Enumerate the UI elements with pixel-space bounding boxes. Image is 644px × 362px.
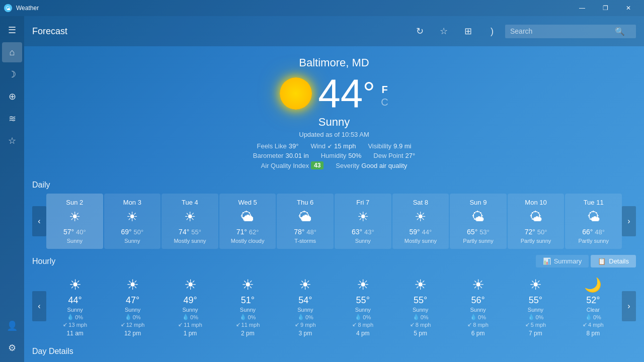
details-row-1: Feels Like 39° Wind ↙ 15 mph Visibility … (257, 142, 411, 150)
dew-point: Dew Point 27° (373, 152, 415, 159)
daily-day: Sun 9 (469, 199, 487, 206)
hourly-wind: ↙8 mph (410, 321, 431, 328)
refresh-button[interactable]: ↻ (409, 20, 431, 42)
day-details-title: Day Details (32, 347, 636, 356)
sidebar-item-historical[interactable]: ≋ (2, 109, 22, 129)
sidebar-item-settings[interactable]: ⚙ (2, 338, 22, 358)
daily-icon: 🌥 (299, 209, 312, 225)
hourly-title: Hourly (32, 257, 55, 266)
hourly-precip: 💧0% (125, 314, 141, 320)
hourly-temp: 55° (356, 295, 370, 306)
search-input[interactable] (510, 27, 611, 35)
daily-low: 43° (364, 228, 374, 236)
sidebar-item-favorites[interactable]: ☆ (2, 131, 22, 151)
daily-card[interactable]: Sun 2 ☀ 57° 40° Sunny (46, 194, 103, 249)
tab-summary[interactable]: 📊 Summary (536, 255, 589, 267)
daily-card[interactable]: Wed 5 🌥 71° 62° Mostly cloudy (219, 194, 276, 249)
hourly-card: ☀ 49° Sunny 💧0% ↙11 mph 1 pm (162, 272, 219, 341)
close-button[interactable]: ✕ (617, 0, 640, 16)
header: Forecast ↻ ☆ ⊞ ) 🔍 (24, 16, 644, 46)
daily-icon: 🌤 (587, 209, 600, 225)
hourly-temp: 55° (414, 295, 427, 306)
sidebar-item-forecast[interactable]: ☽ (2, 64, 22, 84)
unit-f[interactable]: F (381, 84, 388, 96)
daily-low: 48° (306, 228, 316, 236)
daily-card[interactable]: Sun 9 🌤 65° 53° Partly sunny (450, 194, 507, 249)
favorite-button[interactable]: ☆ (433, 20, 455, 42)
title-bar-controls: — ❐ ✕ (571, 0, 640, 16)
hourly-icon: ☀ (184, 277, 197, 293)
hourly-time: 3 pm (298, 330, 312, 337)
temp-display: 44 ° (318, 73, 375, 114)
hourly-card: ☀ 47° Sunny 💧0% ↙12 mph 12 pm (104, 272, 161, 341)
daily-icon: ☀ (126, 209, 138, 225)
search-icon: 🔍 (615, 27, 625, 36)
daily-icon: ☀ (415, 209, 426, 225)
daily-condition: Partly sunny (578, 238, 609, 244)
hourly-time: 6 pm (471, 330, 485, 337)
hourly-card: ☀ 55° Sunny 💧0% ↙8 mph 5 pm (391, 272, 449, 341)
barometer: Barometer 30.01 in (253, 152, 309, 159)
sidebar-item-maps[interactable]: ⊕ (2, 86, 22, 107)
daily-list: Sun 2 ☀ 57° 40° Sunny Mon 3 ☀ 69° 50° Su… (46, 194, 622, 249)
daily-card[interactable]: Thu 6 🌥 78° 48° T-storms (277, 194, 334, 249)
daily-prev-button[interactable]: ‹ (32, 206, 46, 236)
hourly-wind: ↙12 mph (121, 321, 145, 328)
weather-details: Feels Like 39° Wind ↙ 15 mph Visibility … (32, 142, 636, 169)
hourly-time: 1 pm (184, 330, 197, 337)
sidebar-bottom: 👤 ⚙ (2, 316, 22, 358)
unit-c[interactable]: C (381, 97, 388, 108)
daily-card[interactable]: Sat 8 ☀ 59° 44° Mostly sunny (392, 194, 449, 249)
hourly-wind: ↙8 mph (467, 321, 489, 328)
darkmode-button[interactable]: ) (481, 20, 503, 42)
tab-details[interactable]: 📋 Details (591, 255, 636, 267)
hourly-prev-button[interactable]: ‹ (32, 291, 46, 321)
sun-icon (280, 77, 312, 110)
maximize-button[interactable]: ❐ (594, 0, 617, 16)
daily-low: 62° (249, 228, 259, 236)
daily-icon: 🌤 (529, 209, 542, 225)
hourly-list: ☀ 44° Sunny 💧0% ↙13 mph 11 am ☀ 47° Sunn… (46, 272, 622, 341)
daily-next-button[interactable]: › (622, 206, 636, 236)
hourly-next-button[interactable]: › (622, 291, 636, 321)
daily-day: Mon 10 (525, 199, 546, 206)
sidebar-item-menu[interactable]: ☰ (2, 20, 22, 40)
daily-day: Mon 3 (123, 199, 141, 206)
hourly-wind: ↙4 mph (583, 321, 604, 328)
daily-icon: 🌥 (241, 209, 254, 225)
daily-day: Sat 8 (413, 199, 428, 206)
hourly-temp: 56° (471, 295, 485, 306)
daily-card[interactable]: Fri 7 ☀ 63° 43° Sunny (335, 194, 391, 249)
day-details-section: Day Details (32, 347, 636, 356)
page-title: Forecast (32, 26, 409, 37)
daily-icon: ☀ (69, 209, 80, 225)
daily-day: Tue 4 (182, 199, 198, 206)
hourly-temp: 55° (529, 295, 542, 306)
sidebar-item-account[interactable]: 👤 (2, 316, 22, 336)
daily-condition: Partly sunny (463, 238, 494, 244)
hourly-card: ☀ 44° Sunny 💧0% ↙13 mph 11 am (46, 272, 104, 341)
daily-low: 50° (134, 228, 144, 236)
hourly-card: ☀ 55° Sunny 💧0% ↙5 mph 7 pm (507, 272, 564, 341)
daily-card[interactable]: Mon 3 ☀ 69° 50° Sunny (104, 194, 161, 249)
daily-card[interactable]: Tue 11 🌤 66° 48° Partly sunny (565, 194, 622, 249)
hourly-precip: 💧0% (585, 314, 601, 320)
daily-card[interactable]: Tue 4 ☀ 74° 55° Mostly sunny (162, 194, 218, 249)
hourly-carousel: ‹ ☀ 44° Sunny 💧0% ↙13 mph 11 am ☀ 47° Su… (32, 272, 636, 341)
temp-unit-group: F C (381, 79, 388, 108)
daily-title: Daily (32, 180, 636, 190)
hourly-condition: Sunny (470, 307, 486, 313)
daily-condition: Mostly sunny (174, 238, 206, 244)
daily-card[interactable]: Mon 10 🌤 72° 50° Partly sunny (508, 194, 565, 249)
hourly-card: 🌙 52° Clear 💧0% ↙4 mph 8 pm (565, 272, 622, 341)
daily-day: Fri 7 (356, 199, 369, 206)
minimize-button[interactable]: — (571, 0, 594, 16)
pin-button[interactable]: ⊞ (457, 20, 479, 42)
sidebar-item-home[interactable]: ⌂ (2, 42, 22, 62)
hourly-time: 4 pm (356, 330, 370, 337)
daily-carousel: ‹ Sun 2 ☀ 57° 40° Sunny Mon 3 ☀ 69° 50° … (32, 194, 636, 249)
weather-content: Baltimore, MD 44 ° F C Sunny Updated as … (24, 46, 644, 362)
hourly-precip: 💧0% (297, 314, 313, 320)
daily-condition: Sunny (124, 238, 140, 244)
hourly-precip: 💧0% (182, 314, 198, 320)
